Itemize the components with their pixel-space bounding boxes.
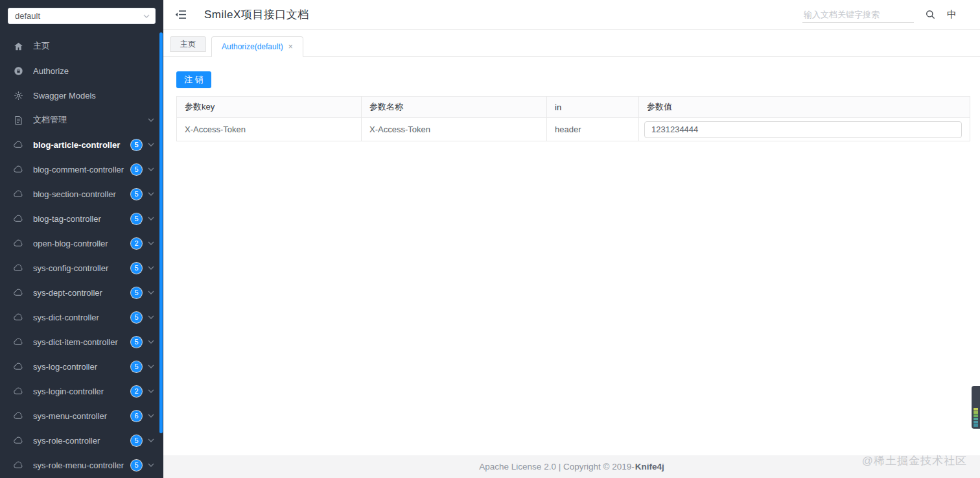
cloud-icon (14, 411, 24, 421)
sidebar: default 主页 Authorize (0, 0, 163, 478)
controller-label: sys-role-controller (33, 436, 131, 446)
cloud-icon (14, 361, 24, 372)
sidebar-controller-item[interactable]: blog-comment-controller 5 (0, 157, 163, 182)
api-count-badge: 5 (131, 435, 142, 446)
sidebar-item-authorize[interactable]: Authorize (0, 58, 163, 83)
menu-fold-icon[interactable] (175, 10, 187, 19)
sidebar-controller-item[interactable]: open-blog-controller 2 (0, 231, 163, 256)
chevron-down-icon (148, 438, 154, 442)
controller-label: sys-log-controller (33, 362, 131, 372)
chevron-down-icon (148, 291, 154, 294)
widget-stripe (974, 421, 978, 424)
cloud-icon (14, 460, 24, 470)
api-count-badge: 2 (131, 386, 142, 397)
tab-home[interactable]: 主页 (170, 36, 206, 52)
cell-param-name: X-Access-Token (362, 118, 547, 141)
api-count-badge: 6 (131, 411, 142, 422)
sidebar-controller-item[interactable]: blog-section-controller 5 (0, 182, 163, 206)
controller-label: sys-role-menu-controller (33, 460, 131, 470)
param-value-input[interactable] (644, 121, 962, 138)
widget-stripe (974, 408, 978, 411)
api-count-badge: 5 (131, 139, 142, 150)
controller-label: blog-article-controller (33, 140, 131, 150)
sidebar-item-label: 文档管理 (33, 114, 148, 126)
search-input[interactable] (802, 7, 914, 23)
cell-param-value (639, 118, 970, 141)
controller-label: sys-dict-controller (33, 313, 131, 322)
chevron-down-icon (148, 143, 154, 147)
chevron-down-icon (148, 266, 154, 270)
cloud-icon (14, 386, 24, 396)
controller-label: sys-config-controller (33, 263, 131, 273)
chevron-down-icon (148, 167, 154, 171)
sidebar-item-swagger-models[interactable]: Swagger Models (0, 83, 163, 108)
chevron-down-icon (148, 364, 154, 368)
content-panel: 注 销 参数key 参数名称 in 参数值 X-Access-Token X-A… (163, 57, 980, 455)
table-header-row: 参数key 参数名称 in 参数值 (177, 97, 970, 118)
chevron-down-icon (148, 217, 154, 221)
language-toggle-icon[interactable]: 中 (947, 8, 957, 21)
widget-stripe (974, 418, 978, 420)
page-title: SmileX项目接口文档 (204, 7, 309, 22)
cloud-icon (14, 213, 24, 224)
sidebar-item-label: 主页 (33, 40, 154, 52)
sidebar-controller-item[interactable]: sys-config-controller 5 (0, 256, 163, 280)
cloud-icon (14, 139, 24, 150)
cloud-icon (14, 287, 24, 298)
api-count-badge: 5 (131, 460, 142, 471)
chevron-down-icon (148, 340, 154, 344)
sidebar-controller-item[interactable]: sys-role-controller 5 (0, 428, 163, 453)
cloud-icon (14, 164, 24, 174)
sidebar-controller-item[interactable]: sys-menu-controller 6 (0, 403, 163, 428)
widget-stripe (974, 411, 978, 414)
controller-label: open-blog-controller (33, 239, 131, 248)
api-group-select[interactable]: default (8, 8, 156, 24)
api-count-badge: 5 (131, 337, 142, 348)
gear-icon (14, 90, 24, 101)
search-icon[interactable] (926, 10, 935, 19)
tab-bar: 主页 Authorize(default) × (163, 30, 980, 57)
cloud-icon (14, 312, 24, 322)
controller-label: sys-dept-controller (33, 288, 131, 298)
cloud-icon (14, 263, 24, 273)
api-count-badge: 5 (131, 287, 142, 298)
sidebar-controller-item[interactable]: sys-login-controller 2 (0, 379, 163, 403)
tab-label: Authorize(default) (222, 42, 283, 51)
controller-label: sys-login-controller (33, 387, 131, 396)
sidebar-scrollbar[interactable] (159, 32, 163, 433)
close-icon[interactable]: × (288, 43, 293, 51)
topbar: SmileX项目接口文档 中 (163, 0, 980, 30)
column-header-in: in (547, 97, 639, 118)
browser-extension-widget[interactable] (972, 386, 980, 429)
chevron-down-icon (148, 192, 154, 196)
chevron-down-icon (148, 463, 154, 467)
main-area: SmileX项目接口文档 中 主页 Authorize(default) × 注… (163, 0, 980, 478)
sidebar-controller-item[interactable]: blog-tag-controller 5 (0, 206, 163, 231)
tab-authorize-default[interactable]: Authorize(default) × (211, 36, 303, 57)
sidebar-controller-item[interactable]: sys-dict-item-controller 5 (0, 329, 163, 354)
cloud-icon (14, 337, 24, 347)
lock-icon (14, 66, 24, 76)
sidebar-item-doc-management[interactable]: 文档管理 (0, 108, 163, 132)
column-header-param-value: 参数值 (639, 97, 970, 118)
auth-params-table: 参数key 参数名称 in 参数值 X-Access-Token X-Acces… (176, 96, 970, 141)
sidebar-item-label: Authorize (33, 66, 154, 76)
api-count-badge: 5 (131, 213, 142, 224)
logout-button[interactable]: 注 销 (176, 71, 211, 88)
api-count-badge: 2 (131, 238, 142, 249)
brand-name: Knife4j (635, 462, 664, 472)
license-text: Apache License 2.0 | Copyright © 2019- (479, 462, 634, 472)
sidebar-controller-item[interactable]: sys-dict-controller 5 (0, 305, 163, 329)
document-icon (14, 115, 24, 125)
sidebar-controller-item[interactable]: sys-role-menu-controller 5 (0, 453, 163, 477)
sidebar-controller-item[interactable]: sys-dept-controller 5 (0, 280, 163, 305)
sidebar-controller-item[interactable]: blog-article-controller 5 (0, 132, 163, 157)
chevron-down-icon (148, 118, 154, 122)
api-count-badge: 5 (131, 263, 142, 274)
chevron-down-icon (143, 14, 150, 18)
sidebar-item-home[interactable]: 主页 (0, 34, 163, 58)
sidebar-controller-item[interactable]: sys-log-controller 5 (0, 354, 163, 379)
api-count-badge: 5 (131, 312, 142, 323)
api-count-badge: 5 (131, 164, 142, 175)
controller-label: sys-dict-item-controller (33, 337, 131, 347)
